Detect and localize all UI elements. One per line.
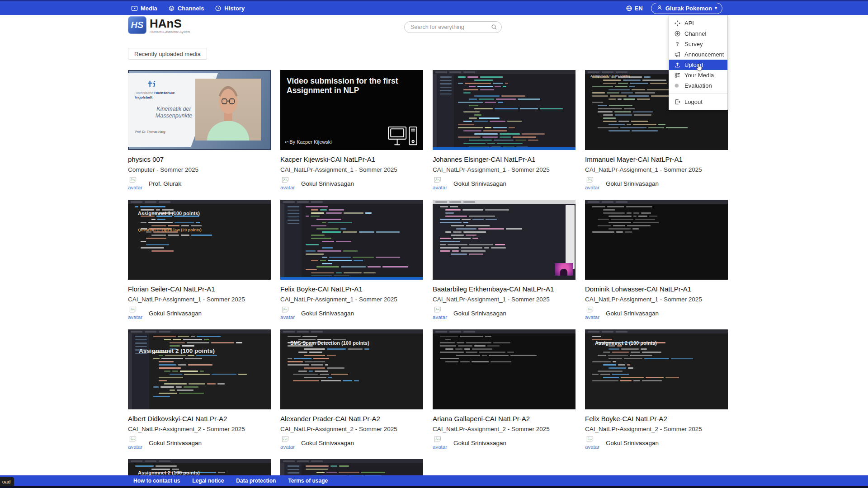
navbar-item-history[interactable]: History bbox=[215, 5, 245, 12]
user-name-label: Glurak Pokemon bbox=[665, 5, 712, 12]
menu-item-survey[interactable]: ? Survey bbox=[669, 39, 727, 49]
media-course-semester: CAI_NatLPr-Assignment_2 - Sommer 2025 bbox=[433, 426, 576, 432]
media-course-semester: CAI_NatLPr-Assignment_1 - Sommer 2025 bbox=[433, 296, 576, 303]
menu-item-announcement[interactable]: Announcement bbox=[669, 49, 727, 60]
uploader-name[interactable]: Gokul Srinivasagan bbox=[301, 310, 354, 317]
avatar-alt-text: avatar bbox=[433, 444, 447, 450]
title-card-thumbnail[interactable]: Video submission for the first Assignmen… bbox=[280, 70, 423, 150]
menu-item-upload[interactable]: Upload bbox=[669, 60, 727, 70]
uploader-name[interactable]: Gokul Srinivasagan bbox=[453, 440, 506, 446]
footer-link-terms-of-usage[interactable]: Terms of usage bbox=[288, 478, 328, 484]
media-icon bbox=[131, 5, 138, 12]
code-editor-thumbnail[interactable] bbox=[433, 329, 576, 409]
broken-image-icon bbox=[129, 177, 137, 183]
lecture-slide-thumbnail[interactable]: Technische HochschuleIngolstadtKinematik… bbox=[128, 70, 271, 150]
avatar: avatar bbox=[280, 436, 297, 450]
uploader-row: avatar Gokul Srinivasagan bbox=[128, 436, 271, 450]
code-editor-thumbnail[interactable]: Assignmnet 2 (100 points) bbox=[585, 329, 728, 409]
footer-link-data-protection[interactable]: Data protection bbox=[236, 478, 276, 484]
api-icon bbox=[674, 20, 681, 27]
code-editor-thumbnail[interactable] bbox=[433, 70, 576, 150]
media-title[interactable]: Florian Seiler-CAI NatLPr-A1 bbox=[128, 285, 271, 293]
avatar-alt-text: avatar bbox=[433, 314, 447, 320]
media-title[interactable]: physics 007 bbox=[128, 155, 271, 163]
editor-tab-bar bbox=[585, 329, 728, 333]
menu-item-api[interactable]: API bbox=[669, 18, 727, 28]
code-lines bbox=[440, 336, 572, 406]
broken-image-icon bbox=[586, 177, 594, 183]
media-card: Ariana Gallapeni-CAI NatLPr-A2 CAI_NatLP… bbox=[433, 329, 576, 459]
media-course-semester: CAI_NatLPr-Assignment_2 - Sommer 2025 bbox=[128, 426, 271, 432]
language-switcher[interactable]: EN bbox=[626, 5, 643, 12]
broken-image-icon bbox=[586, 306, 594, 313]
footer-link-legal-notice[interactable]: Legal notice bbox=[192, 478, 224, 484]
menu-item-logout[interactable]: Logout bbox=[669, 97, 727, 107]
thi-logo-icon bbox=[147, 80, 157, 88]
editor-sidebar bbox=[284, 204, 302, 280]
navbar-item-label: History bbox=[224, 5, 245, 12]
media-title[interactable]: Baatarbileg Erkhembaya-CAI NatLPr-A1 bbox=[433, 285, 576, 293]
media-title[interactable]: Johannes Elsinger-CAI NatLPr-A1 bbox=[433, 155, 576, 163]
top-navbar: Media Channels History EN Glurak Pokemon… bbox=[0, 0, 868, 15]
code-editor-thumbnail[interactable] bbox=[280, 200, 423, 280]
media-title[interactable]: Immanuel Mayer-CAI NatLPr-A1 bbox=[585, 155, 728, 163]
code-editor-thumbnail[interactable] bbox=[433, 200, 576, 280]
media-title[interactable]: Kacper Kijewski-CAI NatLPr-A1 bbox=[280, 155, 423, 163]
lecturer-webcam bbox=[195, 79, 261, 140]
media-card: Johannes Elsinger-CAI NatLPr-A1 CAI_NatL… bbox=[433, 70, 576, 200]
code-editor-thumbnail[interactable] bbox=[585, 200, 728, 280]
media-course-semester: CAI_NatLPr-Assignment_1 - Sommer 2025 bbox=[128, 296, 271, 303]
uploader-name[interactable]: Gokul Srinivasagan bbox=[606, 440, 659, 446]
logo-badge: HS bbox=[128, 16, 146, 34]
menu-item-evaluation[interactable]: Evaluation bbox=[669, 80, 727, 91]
code-editor-thumbnail[interactable]: SMS Spam Detection (100 points) bbox=[280, 329, 423, 409]
media-title[interactable]: Alexander Prader-CAI NatLPr-A2 bbox=[280, 415, 423, 422]
footer-link-how-to-contact-us[interactable]: How to contact us bbox=[133, 478, 180, 484]
media-title[interactable]: Felix Boyke-CAI NatLPr-A1 bbox=[280, 285, 423, 293]
menu-item-label: Announcement bbox=[684, 51, 724, 58]
code-editor-thumbnail[interactable]: Assignmnet 1 (100 points)Question 1: Zip… bbox=[128, 200, 271, 280]
menu-item-label: Evaluation bbox=[684, 82, 712, 89]
uploader-name[interactable]: Prof. Glurak bbox=[149, 180, 181, 187]
avatar-alt-text: avatar bbox=[433, 185, 447, 190]
user-menu-button[interactable]: Glurak Pokemon ▾ bbox=[651, 3, 722, 14]
search-input[interactable] bbox=[410, 24, 491, 30]
uploader-name[interactable]: Gokul Srinivasagan bbox=[149, 310, 202, 317]
menu-item-channel[interactable]: Channel bbox=[669, 28, 727, 39]
editor-sidebar bbox=[132, 333, 149, 409]
media-card: Felix Boyke-CAI NatLPr-A1 CAI_NatLPr-Ass… bbox=[280, 200, 423, 329]
media-course-semester: CAI_NatLPr-Assignment_1 - Sommer 2025 bbox=[280, 296, 423, 303]
broken-image-icon bbox=[282, 177, 289, 183]
media-title[interactable]: Albert Didkovskyi-CAI NatLPr-A2 bbox=[128, 415, 271, 422]
navbar-item-channels[interactable]: Channels bbox=[168, 5, 204, 12]
menu-item-your-media[interactable]: Your Media bbox=[669, 70, 727, 80]
channel-plus-icon bbox=[674, 30, 681, 37]
uploader-name[interactable]: Gokul Srinivasagan bbox=[453, 310, 506, 317]
media-title[interactable]: Dominik Lohwasser-CAI NatLPr-A1 bbox=[585, 285, 728, 293]
section-title: Recently uploaded media bbox=[128, 48, 207, 60]
app-logo[interactable]: HS HAnS Hochschul-Assistenz-System bbox=[128, 16, 190, 34]
editor-status-bar bbox=[280, 277, 423, 280]
search-icon[interactable] bbox=[491, 24, 497, 30]
uploader-name[interactable]: Gokul Srinivasagan bbox=[301, 180, 354, 187]
code-lines bbox=[135, 206, 267, 276]
media-card: Dominik Lohwasser-CAI NatLPr-A1 CAI_NatL… bbox=[585, 200, 728, 329]
svg-text:?: ? bbox=[676, 42, 679, 47]
code-editor-thumbnail[interactable]: Assignmnet 2 (100 points) bbox=[128, 329, 271, 409]
uploader-name[interactable]: Gokul Srinivasagan bbox=[301, 440, 354, 446]
uploader-name[interactable]: Gokul Srinivasagan bbox=[149, 440, 202, 446]
media-title[interactable]: Felix Boyke-CAI NatLPr-A2 bbox=[585, 415, 728, 422]
avatar-alt-text: avatar bbox=[280, 314, 295, 320]
search-bar bbox=[404, 21, 502, 33]
avatar: avatar bbox=[433, 436, 449, 450]
thumbnail-byline: •~By Kacper Kijewski bbox=[285, 139, 332, 145]
uploader-name[interactable]: Gokul Srinivasagan bbox=[453, 180, 506, 187]
uploader-name[interactable]: Gokul Srinivasagan bbox=[606, 310, 659, 317]
navbar-item-media[interactable]: Media bbox=[131, 5, 157, 12]
editor-tab-bar bbox=[433, 200, 576, 204]
uploader-name[interactable]: Gokul Srinivasagan bbox=[606, 180, 659, 187]
broken-image-icon bbox=[434, 306, 441, 313]
avatar: avatar bbox=[433, 306, 449, 320]
broken-image-icon bbox=[586, 436, 594, 442]
media-title[interactable]: Ariana Gallapeni-CAI NatLPr-A2 bbox=[433, 415, 576, 422]
